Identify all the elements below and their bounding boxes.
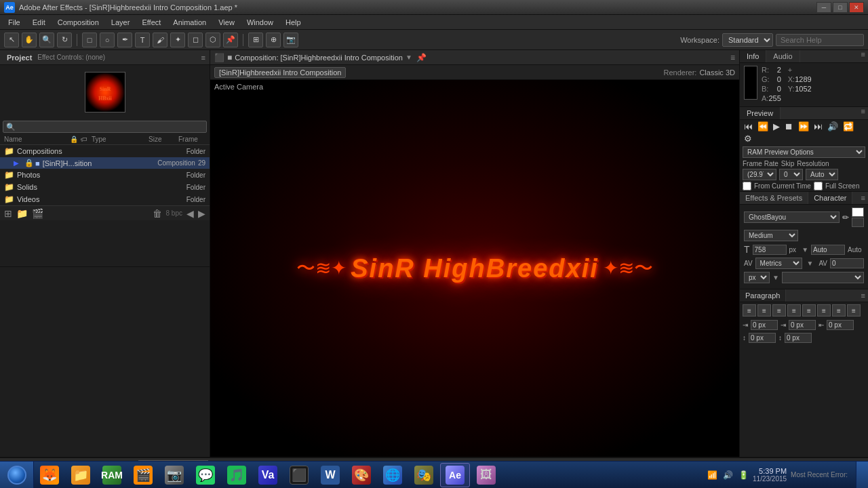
- preview-settings-btn[interactable]: ⚙: [743, 134, 753, 144]
- menu-help[interactable]: Help: [280, 17, 307, 28]
- menu-animation[interactable]: Animation: [167, 17, 212, 28]
- taskbar-app-terminal[interactable]: ⬛: [284, 463, 314, 487]
- preview-prev-frame-btn[interactable]: ⏪: [756, 121, 770, 131]
- para-justify-right[interactable]: ≡: [817, 304, 831, 317]
- para-align-left[interactable]: ≡: [743, 304, 756, 317]
- ellipse-tool[interactable]: ○: [100, 33, 115, 47]
- footage-info-btn[interactable]: 🎬: [32, 208, 43, 219]
- project-item-videos[interactable]: 📁 Videos Folder: [0, 193, 210, 205]
- indent-first-input[interactable]: [789, 320, 816, 330]
- new-comp-btn[interactable]: ⊞: [4, 208, 12, 219]
- tab-paragraph[interactable]: Paragraph: [740, 289, 786, 302]
- frame-rate-input[interactable]: (29.97): [743, 169, 776, 180]
- taskbar-app-word[interactable]: W: [315, 463, 345, 487]
- menu-effect[interactable]: Effect: [136, 17, 166, 28]
- taskbar-app-spotify[interactable]: 🎵: [222, 463, 252, 487]
- maximize-button[interactable]: □: [833, 2, 848, 13]
- project-item-solids[interactable]: 📁 Solids Folder: [0, 181, 210, 193]
- comp-panel-dropdown[interactable]: ▼: [406, 54, 412, 61]
- eraser-tool[interactable]: ◻: [188, 33, 203, 47]
- effect-controls-tab[interactable]: Effect Controls: (none): [37, 54, 105, 61]
- preview-first-btn[interactable]: ⏮: [743, 121, 754, 131]
- composition-canvas[interactable]: 〜≋✦ SinR HighBreedxii ✦≋〜: [210, 80, 739, 457]
- comp-panel-close[interactable]: ≡: [730, 53, 735, 62]
- space-after-input[interactable]: [785, 333, 812, 343]
- taskbar-app-explorer[interactable]: 📁: [66, 463, 96, 487]
- rect-tool[interactable]: □: [82, 33, 97, 47]
- renderer-value[interactable]: Classic 3D: [699, 68, 735, 77]
- search-help-input[interactable]: [776, 34, 864, 46]
- clone-tool[interactable]: ✦: [170, 33, 185, 47]
- project-item-photos[interactable]: 📁 Photos Folder: [0, 169, 210, 181]
- from-current-checkbox[interactable]: [743, 182, 751, 190]
- show-desktop-button[interactable]: [856, 462, 868, 489]
- camera-tool[interactable]: 📷: [283, 33, 298, 47]
- taskbar-app-firefox[interactable]: 🦊: [35, 463, 64, 487]
- kerning-select[interactable]: Metrics: [755, 258, 803, 269]
- para-justify-left[interactable]: ≡: [787, 304, 801, 317]
- para-justify-center[interactable]: ≡: [802, 304, 816, 317]
- tab-preview[interactable]: Preview: [740, 107, 781, 119]
- taskbar-app-photo[interactable]: 🖼: [471, 463, 501, 487]
- taskbar-app-camera[interactable]: 📷: [159, 463, 189, 487]
- para-justify-all[interactable]: ≡: [832, 304, 846, 317]
- tab-character[interactable]: Character: [808, 192, 852, 204]
- tab-audio[interactable]: Audio: [766, 50, 800, 62]
- char-fill-color[interactable]: [852, 207, 864, 217]
- taskbar-app-media[interactable]: 🎭: [409, 463, 439, 487]
- taskbar-app-visual[interactable]: Va: [253, 463, 283, 487]
- preview-last-btn[interactable]: ⏭: [812, 121, 824, 131]
- close-button[interactable]: ✕: [849, 2, 864, 13]
- pen-tool[interactable]: ✒: [117, 33, 132, 47]
- font-size-input[interactable]: [753, 245, 787, 255]
- ram-preview-select[interactable]: RAM Preview Options: [743, 146, 865, 158]
- preview-audio-btn[interactable]: 🔊: [826, 121, 840, 131]
- minimize-button[interactable]: ─: [816, 2, 831, 13]
- project-panel-close[interactable]: ≡: [201, 54, 205, 62]
- workspace-select[interactable]: Standard: [722, 33, 773, 47]
- selection-tool[interactable]: ↖: [4, 33, 19, 47]
- tracking-input[interactable]: [830, 258, 864, 268]
- breadcrumb-comp-name[interactable]: [SinR]Highbreedxii Intro Composition: [214, 67, 346, 78]
- taskbar-app-vlc[interactable]: 🎬: [128, 463, 158, 487]
- paragraph-panel-menu[interactable]: ≡: [859, 291, 868, 300]
- preview-panel-menu[interactable]: ≡: [859, 107, 868, 119]
- preview-stop-btn[interactable]: ⏹: [783, 121, 795, 131]
- menu-layer[interactable]: Layer: [106, 17, 136, 28]
- project-search-input[interactable]: [3, 121, 207, 133]
- resolution-input[interactable]: Auto: [806, 169, 838, 180]
- font-name-select[interactable]: GhostBayou: [744, 211, 840, 223]
- menu-view[interactable]: View: [213, 17, 240, 28]
- project-tab[interactable]: Project: [4, 54, 35, 62]
- new-folder-btn[interactable]: 📁: [16, 208, 28, 219]
- project-item-sinr-comp[interactable]: ▶ 🔒 ■ [SinR]H...sition Composition 29: [0, 157, 210, 169]
- footage-next-btn[interactable]: ▶: [198, 208, 205, 219]
- info-panel-menu[interactable]: ≡: [859, 50, 868, 62]
- hand-tool[interactable]: ✋: [22, 33, 37, 47]
- zoom-tool[interactable]: 🔍: [39, 33, 54, 47]
- comp-pin-icon[interactable]: 📌: [416, 53, 427, 62]
- text-tool[interactable]: T: [135, 33, 150, 47]
- anchor-tool[interactable]: ⊕: [266, 33, 281, 47]
- preview-loop-btn[interactable]: 🔁: [842, 121, 855, 131]
- para-align-right[interactable]: ≡: [772, 304, 786, 317]
- indent-left-input[interactable]: [751, 320, 778, 330]
- tab-effects-presets[interactable]: Effects & Presets: [740, 192, 808, 204]
- grid-tool[interactable]: ⊞: [248, 33, 263, 47]
- delete-btn[interactable]: 🗑: [153, 208, 162, 219]
- taskbar-app-ae[interactable]: Ae: [440, 463, 470, 487]
- puppet-tool[interactable]: 📌: [223, 33, 238, 47]
- full-screen-checkbox[interactable]: [814, 182, 823, 190]
- indent-right-input[interactable]: [827, 320, 854, 330]
- rotate-tool[interactable]: ↻: [57, 33, 72, 47]
- menu-composition[interactable]: Composition: [52, 17, 104, 28]
- start-button[interactable]: [0, 462, 34, 489]
- menu-window[interactable]: Window: [241, 17, 279, 28]
- para-justify-last[interactable]: ≡: [847, 304, 861, 317]
- para-align-center[interactable]: ≡: [757, 304, 771, 317]
- footage-color-btn[interactable]: ◀: [186, 208, 194, 219]
- unit-select[interactable]: px: [744, 272, 770, 283]
- taskbar-app-browser[interactable]: 🌐: [378, 463, 408, 487]
- brush-tool[interactable]: 🖌: [153, 33, 167, 47]
- space-before-input[interactable]: [749, 333, 776, 343]
